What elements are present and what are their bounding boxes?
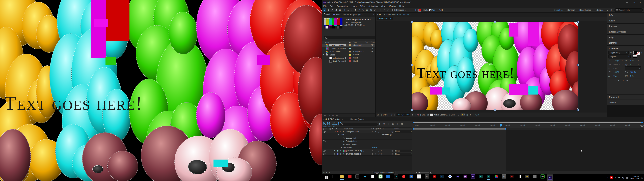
selection-tool-icon[interactable]: ➤ xyxy=(323,8,326,12)
layer-expander-icon[interactable]: ▼ xyxy=(334,130,336,133)
horizontal-scale-value[interactable]: 100 % xyxy=(630,71,637,73)
line-tool-icon[interactable]: ╱ xyxy=(358,8,361,12)
zoom-in-icon[interactable] xyxy=(430,172,432,174)
tab-effect-controls[interactable]: Effect Controls Shape Layer 1 xyxy=(336,14,363,16)
panel-header[interactable]: Paragraph xyxy=(607,94,644,100)
keyboard-tray-icon[interactable]: ▤ xyxy=(626,176,628,179)
expand-transfer-controls-icon[interactable]: ◔ xyxy=(326,172,327,174)
pan-behind-tool-icon[interactable]: ❑ xyxy=(342,8,346,12)
breadcrumb[interactable]: RGBD test 01 xyxy=(377,17,393,20)
parent-pickwhip-icon[interactable]: @ xyxy=(392,152,394,155)
pen-tray-icon[interactable]: ✎ xyxy=(615,176,616,179)
panel-header[interactable]: Tracker xyxy=(607,100,644,105)
layer-label-chip[interactable] xyxy=(337,153,338,155)
hand-tool-icon[interactable]: ✺ xyxy=(327,8,330,12)
project-row[interactable]: Dark Gr...olid 1Solid xyxy=(322,60,375,63)
parent-pickwhip-icon[interactable]: @ xyxy=(392,149,394,152)
label-color-chip[interactable] xyxy=(349,48,351,49)
property-visibility-icon[interactable] xyxy=(323,140,326,142)
stroke-width-value[interactable]: - px xyxy=(614,67,621,69)
label-color-chip[interactable] xyxy=(349,57,351,59)
reset-exposure-icon[interactable]: ◑ xyxy=(472,114,474,116)
eyedropper-icon[interactable]: ✎ xyxy=(630,52,632,54)
label-column-icon[interactable]: ◆ xyxy=(349,41,350,43)
work-area-bar[interactable] xyxy=(413,128,506,130)
snapshot-icon[interactable]: ◉ xyxy=(412,114,413,116)
always-preview-icon[interactable]: ⊟ xyxy=(377,114,379,116)
col-size[interactable]: Size xyxy=(365,41,368,43)
timeline-graph-icon[interactable]: ▥ xyxy=(466,114,468,116)
layer-visibility-icon[interactable] xyxy=(323,153,326,155)
add-shape-icon[interactable]: ◔ xyxy=(443,8,447,12)
selection-handle[interactable] xyxy=(494,21,496,23)
eraser-tool-icon[interactable]: ⌫ xyxy=(369,8,373,12)
selection-handle[interactable] xyxy=(411,109,413,111)
panel-header[interactable]: Info xyxy=(607,12,644,18)
workspace-menu-icon[interactable]: ≡ xyxy=(562,9,562,11)
media-app-icon[interactable] xyxy=(348,174,352,178)
tsume-value[interactable]: 0 % xyxy=(630,75,637,77)
panel-audio[interactable]: Audio xyxy=(607,18,644,23)
file-explorer-icon[interactable] xyxy=(340,174,344,178)
label-color-chip[interactable] xyxy=(349,51,351,52)
trash-icon[interactable]: ⬒ xyxy=(336,114,338,116)
menu-composition[interactable]: Composition xyxy=(337,5,348,7)
faux-style-2[interactable]: TT xyxy=(621,79,624,82)
timeline-tab-name[interactable]: RGBD test 01 xyxy=(328,118,340,120)
layer-label-chip[interactable] xyxy=(337,150,338,152)
item-caret[interactable]: ▼ xyxy=(369,19,371,20)
gray-app-icon[interactable] xyxy=(533,174,537,178)
maximize-button[interactable]: ▢ xyxy=(630,1,637,3)
media-player-icon[interactable]: ▶ xyxy=(410,174,414,178)
workspace-libraries[interactable]: Libraries xyxy=(596,9,604,11)
photo-viewer-icon[interactable]: ▸ xyxy=(378,174,382,178)
pixel-aspect-icon[interactable]: ⊿ xyxy=(458,114,459,116)
layer-name-column[interactable]: Layer Name xyxy=(344,128,353,130)
stroke-color-swatch[interactable] xyxy=(429,9,432,12)
layer-visibility-icon[interactable] xyxy=(323,150,326,152)
panel-libraries[interactable]: Libraries xyxy=(607,40,644,45)
graph-editor-icon[interactable]: ▧ xyxy=(401,123,403,125)
rotate-tool-icon[interactable]: ↺ xyxy=(334,8,338,12)
shape-tool-icon[interactable]: ▭ xyxy=(346,8,350,12)
project-item-name[interactable]: Solids xyxy=(329,54,335,56)
comp-mini-flowchart-icon[interactable]: ❖ xyxy=(379,123,381,125)
leading-value[interactable]: Auto xyxy=(630,60,637,62)
six-app-icon[interactable]: 6 xyxy=(486,174,490,178)
work-area-start-handle[interactable] xyxy=(413,128,414,130)
col-frame[interactable]: Frame xyxy=(371,41,375,43)
selection-handle[interactable] xyxy=(494,109,496,111)
frame-blending-icon[interactable]: ◉ xyxy=(392,123,394,125)
new-folder-icon[interactable]: ❏ xyxy=(328,114,330,116)
timeline-tab-close[interactable]: × xyxy=(323,118,324,120)
navigator-end-handle[interactable] xyxy=(641,122,643,123)
stroke-style-select[interactable]: ∨ xyxy=(625,66,641,70)
project-list-header[interactable]: Name ▲ ◆ Type Size Frame xyxy=(322,41,375,44)
resolution-select[interactable]: (Full) ∨ xyxy=(420,114,426,116)
col-name[interactable]: Name xyxy=(325,41,330,43)
comp-canvas[interactable]: Text goes here! xyxy=(412,22,578,110)
zoom-tool-icon[interactable]: Q xyxy=(330,8,334,12)
panel-menu-icon[interactable]: ≡ xyxy=(641,47,642,49)
command-prompt-icon[interactable]: >_ xyxy=(355,174,360,178)
project-row[interactable]: RGBD test 01Composition29 xyxy=(322,50,375,53)
kerning-value[interactable]: Metrics xyxy=(614,63,621,65)
selection-handle[interactable] xyxy=(578,64,579,66)
transparency-grid-toggle[interactable] xyxy=(430,114,433,116)
expand-inout-icon[interactable]: ⇵ xyxy=(328,172,330,174)
stroke-width-value[interactable]: 2 px xyxy=(432,9,435,11)
filezilla-icon[interactable]: Fz xyxy=(432,174,436,178)
parent-column[interactable]: Parent xyxy=(394,128,399,130)
snap-grid-icon[interactable]: ⁘ xyxy=(408,8,411,12)
motion-blur-icon[interactable]: ◇ xyxy=(396,123,398,125)
title-bar[interactable]: Ae Adobe After Effects CC 2017 - C:\data… xyxy=(322,0,644,4)
taskview-icon[interactable] xyxy=(332,174,336,178)
label-color-chip[interactable] xyxy=(349,60,351,62)
menu-view[interactable]: View xyxy=(381,5,386,7)
ndi-icon[interactable]: NDI xyxy=(540,174,544,178)
panel-header[interactable]: Preview xyxy=(607,24,644,29)
layer-name[interactable]: [170818...alk in.mp4] xyxy=(346,149,364,152)
layer-switches[interactable]: ⊕╱fx xyxy=(371,149,382,152)
swap-swatches[interactable] xyxy=(633,55,638,58)
pie-chart-icon[interactable] xyxy=(494,174,498,178)
